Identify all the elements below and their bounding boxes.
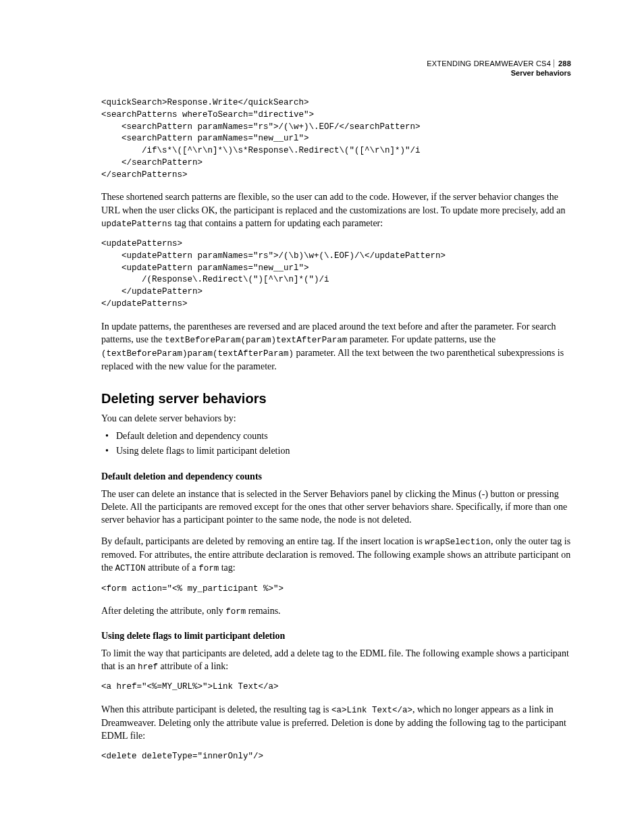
para6-inline-code: form xyxy=(225,607,246,617)
paragraph-7: To limit the way that participants are d… xyxy=(101,647,571,674)
para6-text-a: After deleting the attribute, only xyxy=(101,606,225,616)
content-area: <quickSearch>Response.Write</quickSearch… xyxy=(101,97,571,763)
para1-text-a: These shortened search patterns are flex… xyxy=(101,192,565,215)
para2-inline-code-2: (textBeforeParam)param(textAfterParam) xyxy=(101,349,294,359)
header-section: Server behaviors xyxy=(427,69,571,78)
code-block-2: <updatePatterns> <updatePattern paramNam… xyxy=(101,238,571,311)
paragraph-1: These shortened search patterns are flex… xyxy=(101,190,571,230)
running-header: EXTENDING DREAMWEAVER CS4288 Server beha… xyxy=(427,59,571,78)
para8-text-a: When this attribute participant is delet… xyxy=(101,704,331,714)
page: EXTENDING DREAMWEAVER CS4288 Server beha… xyxy=(0,0,644,834)
para1-inline-code: updatePatterns xyxy=(101,219,172,229)
page-number: 288 xyxy=(554,59,571,68)
para6-text-b: remains. xyxy=(246,606,280,616)
code-block-3: <form action="<% my_participant %>"> xyxy=(101,583,571,596)
paragraph-3: You can delete server behaviors by: xyxy=(101,412,571,425)
code-block-1: <quickSearch>Response.Write</quickSearch… xyxy=(101,97,571,181)
paragraph-8: When this attribute participant is delet… xyxy=(101,703,571,743)
para5-inline-code-3: form xyxy=(198,564,219,573)
para5-text-c: attribute of a xyxy=(146,563,199,573)
section-heading: Deleting server behaviors xyxy=(101,391,571,407)
para5-text-a: By default, participants are deleted by … xyxy=(101,536,425,546)
para7-text-b: attribute of a link: xyxy=(158,661,228,671)
subheading-2: Using delete flags to limit participant … xyxy=(101,631,571,642)
para8-inline-code: <a>Link Text</a> xyxy=(331,706,412,715)
para2-text-b: parameter. For update patterns, use the xyxy=(347,334,495,344)
para2-inline-code-1: textBeforeParam(param)textAfterParam xyxy=(165,336,347,345)
para7-inline-code: href xyxy=(138,662,158,672)
para1-text-b: tag that contains a pattern for updating… xyxy=(172,218,383,228)
doc-title: EXTENDING DREAMWEAVER CS4 xyxy=(427,59,551,68)
paragraph-4: The user can delete an instance that is … xyxy=(101,488,571,527)
bullet-list: Default deletion and dependency counts U… xyxy=(101,429,571,459)
header-line-1: EXTENDING DREAMWEAVER CS4288 xyxy=(427,59,571,69)
paragraph-2: In update patterns, the parentheses are … xyxy=(101,320,571,373)
para5-inline-code-1: wrapSelection xyxy=(425,538,491,547)
code-block-5: <delete deleteType="innerOnly"/> xyxy=(101,751,571,763)
code-block-4: <a href="<%=MY_URL%>">Link Text</a> xyxy=(101,681,571,694)
para5-text-d: tag: xyxy=(219,563,236,573)
paragraph-6: After deleting the attribute, only form … xyxy=(101,604,571,618)
para5-inline-code-2: ACTION xyxy=(115,564,146,573)
paragraph-5: By default, participants are deleted by … xyxy=(101,535,571,575)
subheading-1: Default deletion and dependency counts xyxy=(101,471,571,482)
bullet-item-2: Using delete flags to limit participant … xyxy=(116,444,571,459)
bullet-item-1: Default deletion and dependency counts xyxy=(116,429,571,444)
